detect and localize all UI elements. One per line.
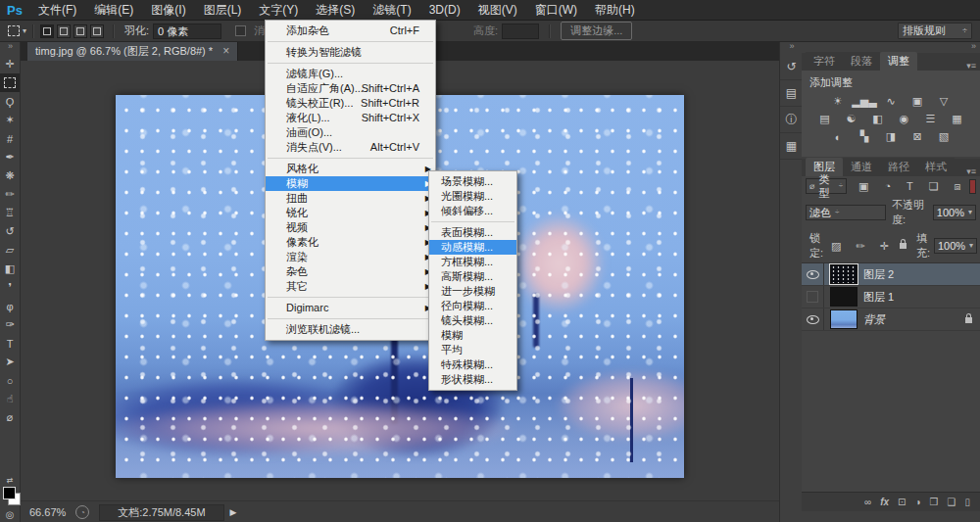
tool-preset-dropdown-arrow[interactable]: ▾: [23, 26, 26, 35]
pen-tool[interactable]: ✑: [0, 315, 20, 334]
delete-layer-icon[interactable]: ▯: [964, 497, 970, 507]
link-layers-icon[interactable]: ∞: [864, 497, 871, 507]
brightness-contrast-icon[interactable]: ☀: [829, 95, 847, 108]
rectangular-marquee-tool[interactable]: [0, 73, 20, 92]
lock-all-icon[interactable]: [900, 243, 906, 249]
path-selection-tool[interactable]: ➤: [0, 353, 20, 371]
type-layer-filter-icon[interactable]: T: [906, 180, 913, 193]
lasso-tool[interactable]: Ϙ: [0, 92, 20, 111]
tab-调整[interactable]: 调整: [880, 52, 917, 71]
subtract-from-selection-button[interactable]: [74, 24, 87, 38]
document-tab[interactable]: timg.jpg @ 66.7% (图层 2, RGB/8#) * ×: [27, 41, 238, 61]
menu-帮助(H)[interactable]: 帮助(H): [586, 0, 644, 20]
filter-menu-item[interactable]: 视频▶: [266, 220, 435, 235]
zoom-level-field[interactable]: 66.67%: [29, 506, 66, 518]
refine-edge-button[interactable]: 调整边缘...: [561, 22, 632, 40]
styles-panel-icon[interactable]: ▦: [780, 133, 803, 160]
blend-mode-dropdown[interactable]: 滤色 ÷: [806, 205, 886, 220]
menu-滤镜(T)[interactable]: 滤镜(T): [364, 0, 419, 20]
blur-submenu-item[interactable]: 方框模糊...: [429, 255, 516, 269]
new-adjustment-layer-icon[interactable]: ◑: [915, 497, 921, 507]
feather-input[interactable]: 0 像素: [153, 24, 221, 39]
clone-stamp-tool[interactable]: ♖: [0, 204, 20, 222]
layer-mask-icon[interactable]: ⊡: [898, 497, 906, 507]
tab-通道[interactable]: 通道: [843, 158, 880, 176]
filter-menu-item[interactable]: 模糊▶: [266, 176, 435, 191]
lock-pixels-icon[interactable]: ✏: [856, 240, 864, 253]
posterize-icon[interactable]: ▚: [856, 130, 873, 143]
layer-filter-type-dropdown[interactable]: ⌀ 类型 ÷: [806, 178, 847, 194]
smart-object-filter-icon[interactable]: ⧈: [955, 180, 961, 193]
blur-submenu-item[interactable]: 形状模糊...: [429, 372, 516, 387]
layer-row[interactable]: 图层 1: [802, 286, 980, 308]
swap-colors-icon[interactable]: ⇄: [0, 476, 20, 485]
menu-文件(F)[interactable]: 文件(F): [29, 0, 85, 20]
tab-路径[interactable]: 路径: [880, 158, 917, 176]
layer-visibility-toggle[interactable]: [802, 263, 824, 285]
menu-图像(I)[interactable]: 图像(I): [142, 0, 194, 20]
move-tool[interactable]: ✛: [0, 55, 20, 73]
layer-row[interactable]: 图层 2: [802, 263, 980, 286]
filter-menu-item[interactable]: 镜头校正(R)...Shift+Ctrl+R: [266, 96, 435, 111]
color-lookup-icon[interactable]: ▦: [949, 113, 966, 125]
properties-panel-icon[interactable]: ▤: [780, 80, 803, 107]
filter-menu-item[interactable]: 转换为智能滤镜: [266, 45, 435, 60]
blur-submenu-item[interactable]: 径向模糊...: [429, 299, 516, 313]
layer-visibility-toggle[interactable]: [802, 308, 824, 330]
add-to-selection-button[interactable]: [57, 24, 71, 38]
shape-tool[interactable]: ○: [0, 371, 20, 390]
filter-menu-item[interactable]: 自适应广角(A)...Shift+Ctrl+A: [266, 81, 435, 96]
menu-3D(D)[interactable]: 3D(D): [420, 0, 469, 20]
filter-menu-item[interactable]: 扭曲▶: [266, 191, 435, 206]
adjustment-layer-filter-icon[interactable]: ◔: [884, 180, 891, 193]
gradient-tool[interactable]: ◧: [0, 260, 20, 278]
curves-icon[interactable]: ∿: [882, 95, 900, 108]
quick-mask-button[interactable]: ◎: [0, 509, 20, 520]
photo-filter-icon[interactable]: ◉: [896, 113, 913, 125]
threshold-icon[interactable]: ◨: [882, 130, 900, 143]
vibrance-icon[interactable]: ▽: [935, 95, 953, 108]
type-tool[interactable]: T: [0, 334, 20, 353]
black-white-icon[interactable]: ◧: [869, 113, 887, 125]
layer-thumbnail[interactable]: [830, 287, 858, 307]
foreground-color-swatch[interactable]: [3, 487, 16, 499]
magic-wand-tool[interactable]: ✶: [0, 111, 20, 129]
blur-submenu-item[interactable]: 平均: [429, 343, 516, 357]
blur-submenu-item[interactable]: 进一步模糊: [429, 284, 516, 299]
levels-icon[interactable]: ▂▅▃: [856, 95, 873, 108]
hue-saturation-icon[interactable]: ▤: [816, 113, 834, 125]
filter-menu-item[interactable]: 锐化▶: [266, 206, 435, 220]
menu-窗口(W)[interactable]: 窗口(W): [526, 0, 586, 20]
filter-menu-item[interactable]: 其它▶: [266, 279, 435, 294]
layer-thumbnail[interactable]: [830, 309, 858, 329]
filter-menu-item[interactable]: 油画(O)...: [266, 125, 435, 140]
history-panel-icon[interactable]: ↺: [780, 54, 803, 80]
exposure-icon[interactable]: ▣: [908, 95, 926, 108]
blur-submenu-item[interactable]: 动感模糊...: [429, 240, 516, 255]
filter-menu-item[interactable]: 滤镜库(G)...: [266, 67, 435, 81]
menu-选择(S)[interactable]: 选择(S): [307, 0, 364, 20]
blur-submenu-item[interactable]: 场景模糊...: [429, 174, 516, 189]
workspace-dropdown[interactable]: 排版规则 ÷: [898, 23, 972, 39]
menu-视图(V)[interactable]: 视图(V): [469, 0, 526, 20]
invert-icon[interactable]: ◐: [829, 130, 847, 143]
crop-tool[interactable]: #: [0, 129, 20, 148]
tools-collapse-icon[interactable]: »: [0, 41, 20, 55]
tab-样式[interactable]: 样式: [917, 158, 955, 176]
filter-menu-item[interactable]: 消失点(V)...Alt+Ctrl+V: [266, 140, 435, 155]
filter-menu-item[interactable]: 风格化▶: [266, 162, 435, 176]
color-balance-icon[interactable]: ☯: [843, 113, 860, 125]
layer-thumbnail[interactable]: [830, 264, 858, 284]
blur-submenu-item[interactable]: 高斯模糊...: [429, 269, 516, 284]
lock-position-icon[interactable]: ✛: [880, 240, 889, 253]
dodge-tool[interactable]: φ: [0, 297, 20, 315]
filter-menu-item[interactable]: 液化(L)...Shift+Ctrl+X: [266, 111, 435, 125]
height-input[interactable]: [502, 24, 539, 39]
tab-段落[interactable]: 段落: [843, 52, 880, 71]
filter-menu-item[interactable]: 浏览联机滤镜...: [266, 322, 435, 337]
brush-tool[interactable]: ✏: [0, 185, 20, 204]
new-layer-icon[interactable]: ❑: [948, 497, 956, 507]
gradient-map-icon[interactable]: ▧: [935, 130, 953, 143]
fill-dropdown[interactable]: 100% ▾: [934, 238, 977, 254]
marquee-tool-preset-icon[interactable]: [8, 25, 20, 36]
